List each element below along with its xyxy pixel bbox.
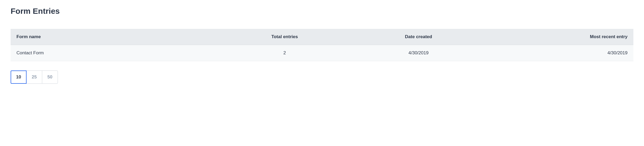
page-size-10-button[interactable]: 10: [11, 70, 27, 84]
header-total-entries[interactable]: Total entries: [229, 29, 341, 45]
form-entries-table: Form name Total entries Date created Mos…: [11, 29, 633, 61]
header-date-created[interactable]: Date created: [341, 29, 496, 45]
header-most-recent[interactable]: Most recent entry: [496, 29, 633, 45]
page-size-50-button[interactable]: 50: [42, 70, 58, 84]
cell-most-recent: 4/30/2019: [496, 45, 633, 61]
table-row[interactable]: Contact Form 2 4/30/2019 4/30/2019: [11, 45, 633, 61]
page-title: Form Entries: [11, 7, 633, 16]
cell-total-entries: 2: [229, 45, 341, 61]
page-size-selector: 10 25 50: [11, 70, 58, 84]
header-form-name[interactable]: Form name: [11, 29, 229, 45]
cell-date-created: 4/30/2019: [341, 45, 496, 61]
cell-form-name: Contact Form: [11, 45, 229, 61]
table-header-row: Form name Total entries Date created Mos…: [11, 29, 633, 45]
page-size-25-button[interactable]: 25: [26, 70, 42, 84]
